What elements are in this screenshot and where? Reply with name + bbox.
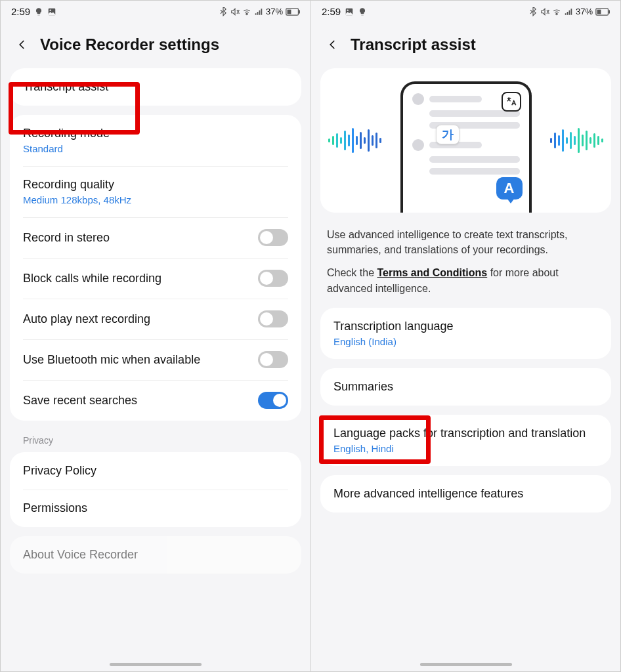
row-record-stereo[interactable]: Record in stereo bbox=[10, 217, 301, 258]
row-transcription-language[interactable]: Transcription language English (India) bbox=[320, 308, 611, 359]
page-title: Voice Recorder settings bbox=[40, 35, 219, 54]
row-label: Record in stereo bbox=[23, 231, 110, 245]
row-label: Use Bluetooth mic when available bbox=[23, 353, 200, 367]
row-label: Transcript assist bbox=[23, 80, 288, 94]
wifi-icon bbox=[242, 7, 251, 16]
card-summaries: Summaries bbox=[320, 368, 611, 406]
page-title: Transcript assist bbox=[351, 35, 476, 54]
illustration: 가 A bbox=[320, 68, 611, 213]
screen-voice-recorder-settings: 2:59 37% Voice Recorder settings Transcr… bbox=[1, 1, 310, 671]
row-label: Transcription language bbox=[333, 320, 598, 333]
row-sub: Medium 128kbps, 48kHz bbox=[23, 194, 288, 205]
row-sub: English (India) bbox=[333, 336, 598, 347]
row-save-searches[interactable]: Save recent searches bbox=[10, 380, 301, 421]
toggle-block-calls[interactable] bbox=[258, 270, 288, 287]
bluetooth-icon bbox=[528, 7, 538, 16]
status-time: 2:59 bbox=[322, 6, 341, 17]
image-icon bbox=[345, 7, 354, 16]
toggle-bt-mic[interactable] bbox=[258, 351, 288, 368]
row-autoplay[interactable]: Auto play next recording bbox=[10, 299, 301, 339]
row-label: Auto play next recording bbox=[23, 312, 150, 326]
mute-icon bbox=[230, 7, 240, 16]
row-permissions[interactable]: Permissions bbox=[10, 490, 301, 527]
wifi-icon bbox=[552, 7, 561, 16]
row-about[interactable]: About Voice Recorder bbox=[10, 536, 301, 574]
letter-a-bubble-icon: A bbox=[496, 177, 523, 200]
row-label: About Voice Recorder bbox=[23, 548, 288, 562]
row-label: Recording mode bbox=[23, 127, 288, 140]
card-language-packs: Language packs for transcription and tra… bbox=[320, 415, 611, 466]
status-bar: 2:59 37% bbox=[311, 1, 620, 20]
battery-icon bbox=[595, 8, 610, 16]
row-privacy-policy[interactable]: Privacy Policy bbox=[10, 452, 301, 490]
nav-indicator[interactable] bbox=[420, 663, 512, 666]
row-transcript-assist[interactable]: Transcript assist bbox=[10, 68, 301, 106]
translate-icon bbox=[502, 92, 521, 112]
row-bt-mic[interactable]: Use Bluetooth mic when available bbox=[10, 339, 301, 380]
section-privacy-label: Privacy bbox=[1, 430, 310, 452]
description-text: Use advanced intelligence to create text… bbox=[311, 222, 620, 260]
chevron-left-icon bbox=[327, 39, 339, 51]
status-battery-pct: 37% bbox=[266, 7, 283, 16]
bulb-icon bbox=[34, 7, 43, 16]
waveform-right-icon bbox=[550, 128, 603, 153]
battery-icon bbox=[286, 8, 300, 16]
status-time: 2:59 bbox=[11, 6, 30, 17]
row-label: Language packs for transcription and tra… bbox=[333, 427, 598, 440]
row-sub: Standard bbox=[23, 143, 288, 154]
signal-icon bbox=[564, 7, 573, 16]
chevron-left-icon bbox=[16, 39, 28, 51]
toggle-save-searches[interactable] bbox=[258, 392, 288, 409]
header: Transcript assist bbox=[311, 20, 620, 68]
waveform-left-icon bbox=[328, 128, 381, 153]
row-sub: English, Hindi bbox=[333, 443, 598, 454]
row-block-calls[interactable]: Block calls while recording bbox=[10, 258, 301, 299]
row-label: Save recent searches bbox=[23, 394, 137, 408]
card-recording-settings: Recording mode Standard Recording qualit… bbox=[10, 115, 301, 421]
svg-rect-8 bbox=[609, 10, 610, 13]
terms-link[interactable]: Terms and Conditions bbox=[377, 267, 487, 278]
signal-icon bbox=[254, 7, 263, 16]
row-recording-quality[interactable]: Recording quality Medium 128kbps, 48kHz bbox=[10, 166, 301, 217]
row-summaries[interactable]: Summaries bbox=[320, 368, 611, 406]
korean-char-icon: 가 bbox=[436, 125, 460, 144]
nav-indicator[interactable] bbox=[110, 663, 202, 666]
row-label: Recording quality bbox=[23, 178, 288, 192]
svg-rect-3 bbox=[299, 10, 300, 13]
description-terms: Check the Terms and Conditions for more … bbox=[311, 260, 620, 298]
toggle-autoplay[interactable] bbox=[258, 310, 288, 327]
svg-rect-4 bbox=[288, 9, 291, 14]
back-button[interactable] bbox=[324, 36, 341, 53]
card-about: About Voice Recorder bbox=[10, 536, 301, 574]
svg-point-1 bbox=[50, 9, 51, 10]
row-label: Summaries bbox=[333, 380, 598, 394]
card-privacy: Privacy Policy Permissions bbox=[10, 452, 301, 527]
image-icon bbox=[47, 7, 56, 16]
back-button[interactable] bbox=[14, 36, 31, 53]
toggle-stereo[interactable] bbox=[258, 229, 288, 246]
card-more-features: More advanced intelligence features bbox=[320, 475, 611, 513]
row-more-features[interactable]: More advanced intelligence features bbox=[320, 475, 611, 513]
row-language-packs[interactable]: Language packs for transcription and tra… bbox=[320, 415, 611, 466]
row-label: Block calls while recording bbox=[23, 272, 161, 285]
status-bar: 2:59 37% bbox=[1, 1, 310, 20]
card-transcription-language: Transcription language English (India) bbox=[320, 308, 611, 359]
bluetooth-icon bbox=[219, 7, 228, 16]
row-recording-mode[interactable]: Recording mode Standard bbox=[10, 115, 301, 166]
fade bbox=[1, 652, 310, 671]
row-label: More advanced intelligence features bbox=[333, 487, 598, 501]
card-transcript-assist: Transcript assist bbox=[10, 68, 301, 106]
mute-icon bbox=[540, 7, 549, 16]
row-label: Privacy Policy bbox=[23, 464, 288, 478]
svg-point-6 bbox=[347, 9, 349, 10]
phone-mock-icon: 가 A bbox=[400, 81, 532, 213]
header: Voice Recorder settings bbox=[1, 20, 310, 68]
screen-transcript-assist: 2:59 37% Transcript assist bbox=[310, 1, 620, 671]
status-battery-pct: 37% bbox=[576, 7, 593, 16]
svg-rect-9 bbox=[597, 9, 601, 14]
bulb-icon bbox=[358, 7, 367, 16]
row-label: Permissions bbox=[23, 501, 288, 515]
